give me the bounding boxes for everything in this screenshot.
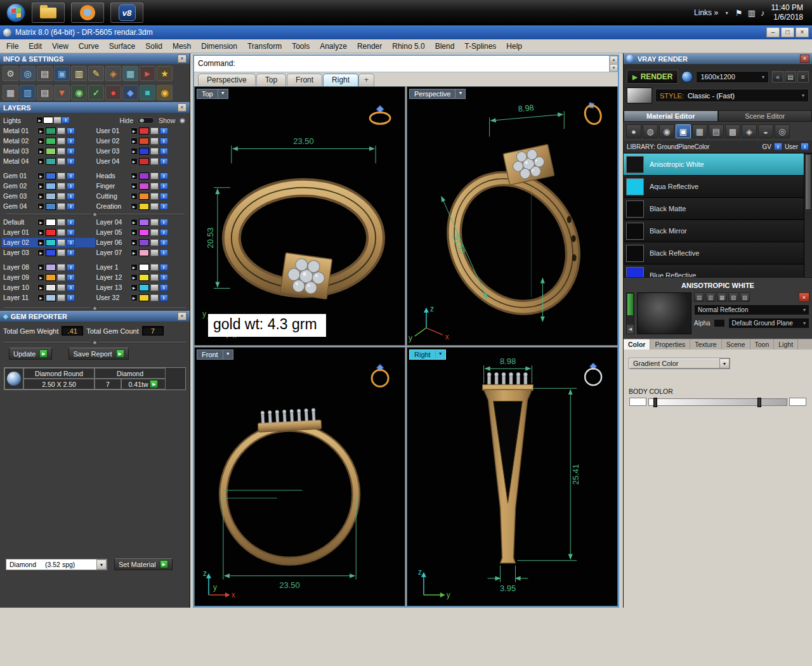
layer-entry[interactable]: Layer 13 ▶ I [95, 283, 188, 292]
noise-icon[interactable]: ▩ [725, 124, 740, 138]
layer-entry[interactable]: Finger ▶ I [95, 181, 188, 191]
links-toolbar[interactable]: Links » [694, 8, 718, 17]
layer-entry[interactable]: User 02 ▶ I [95, 136, 188, 146]
menu-item[interactable]: Mesh [167, 40, 196, 53]
dropdown-arrow-icon[interactable]: ▼ [96, 559, 107, 570]
layer-expand-button[interactable]: ▶ [37, 173, 44, 180]
layer-color-swatch[interactable] [139, 183, 149, 190]
layer-expand-button[interactable]: ▶ [37, 193, 44, 200]
layer-material-button[interactable]: I [67, 274, 75, 281]
material-list-item[interactable]: Anisotropic White [624, 153, 804, 176]
panel-icon[interactable]: ▤ [785, 71, 796, 82]
scroll-down-icon[interactable]: ▼ [610, 64, 618, 72]
viewport-tab[interactable]: Right [323, 74, 358, 86]
layer-color-swatch[interactable] [46, 148, 56, 155]
update-go-icon[interactable]: ▶ [39, 349, 48, 358]
menu-item[interactable]: Curve [74, 40, 104, 53]
layer-material-button[interactable]: I [67, 127, 75, 134]
menu-item[interactable]: Solid [140, 40, 167, 53]
ground-plane-dropdown[interactable]: Default Ground Plane ▾ [728, 318, 809, 329]
layer-color-swatch[interactable] [46, 294, 56, 301]
star-icon[interactable]: ★ [157, 66, 173, 81]
layer-color-swatch[interactable] [139, 219, 149, 226]
layer-lock-button[interactable] [150, 148, 159, 155]
print-icon[interactable]: ▤ [37, 66, 53, 81]
hide-toggle[interactable] [138, 117, 154, 124]
osnap-icon[interactable]: ◆ [122, 85, 138, 100]
layer-color-swatch[interactable] [46, 229, 56, 236]
layer-material-button[interactable]: I [160, 138, 168, 145]
layer-color-swatch[interactable] [139, 158, 149, 165]
slider-track[interactable] [648, 398, 787, 406]
filter-icon[interactable]: ▼ [54, 85, 70, 100]
lights-material-button[interactable]: I [62, 117, 70, 124]
add-viewport-tab[interactable]: + [358, 74, 374, 86]
cplane-icon[interactable]: ■ [140, 85, 155, 100]
taskbar-explorer-button[interactable] [32, 3, 65, 23]
layer-color-swatch[interactable] [139, 294, 149, 301]
layer-entry[interactable]: Gem 03 ▶ I [2, 192, 95, 201]
layer-entry[interactable]: Metal 04 ▶ I [2, 157, 95, 166]
layer-material-button[interactable]: I [67, 239, 75, 246]
viewport-canvas-front[interactable]: 23.50 z y x [195, 348, 405, 606]
total-gem-weight-value[interactable]: .41 [62, 326, 83, 336]
bulb-icon[interactable]: ◎ [775, 124, 790, 138]
layer-lock-button[interactable] [57, 264, 65, 271]
save-report-go-icon[interactable]: ▶ [116, 349, 124, 358]
layer-entry[interactable]: Layer 12 ▶ I [95, 273, 188, 282]
layer-expand-button[interactable]: ▶ [37, 183, 44, 190]
layer-material-button[interactable]: I [160, 249, 168, 256]
layer-lock-button[interactable] [150, 264, 159, 271]
preview-side-strip[interactable]: ◀ [626, 292, 634, 334]
layer-color-swatch[interactable] [139, 203, 149, 210]
layer-material-button[interactable]: I [160, 239, 168, 246]
layer-color-swatch[interactable] [46, 138, 56, 145]
collapse-arrow-icon[interactable]: ◀ [627, 325, 634, 334]
menu-item[interactable]: T-Splines [459, 40, 501, 53]
material-preview-icon[interactable]: ▣ [676, 124, 691, 138]
chevron-down-icon[interactable]: ▼ [223, 350, 233, 359]
gem-weight-cell[interactable]: 0.41tw ▶ [121, 379, 166, 389]
layer-material-button[interactable]: I [67, 219, 75, 226]
layer-color-swatch[interactable] [46, 203, 56, 210]
delete-material-button[interactable]: × [799, 292, 809, 302]
layer-material-button[interactable]: I [67, 173, 75, 180]
total-gem-count-value[interactable]: 7 [142, 326, 164, 336]
layer-lock-button[interactable] [57, 148, 65, 155]
layer-expand-button[interactable]: ▶ [131, 294, 138, 301]
layer-expand-button[interactable]: ▶ [131, 183, 138, 190]
layer-material-button[interactable]: I [160, 264, 168, 271]
layer-material-button[interactable]: I [67, 264, 75, 271]
layer-color-swatch[interactable] [46, 193, 56, 200]
command-scrollbar[interactable]: ▲ ▼ [609, 56, 618, 72]
layer-material-button[interactable]: I [160, 219, 168, 226]
layer-expand-button[interactable]: ▶ [131, 219, 138, 226]
gem-material-dropdown[interactable]: Diamond (3.52 spg) ▼ [6, 559, 107, 570]
layer-color-swatch[interactable] [139, 193, 149, 200]
network-icon[interactable]: ▥ [748, 8, 756, 18]
menu-item[interactable]: Help [501, 40, 527, 53]
copy-icon[interactable]: ▤ [37, 85, 53, 100]
layer-entry[interactable]: Heads ▶ I [95, 171, 188, 181]
gem-count-cell[interactable]: 7 [95, 379, 121, 389]
layer-lock-button[interactable] [150, 183, 159, 190]
viewport-icon[interactable]: ▥ [20, 85, 36, 100]
viewport-perspective[interactable]: 8.98 20.53 z y x [407, 86, 618, 346]
material-sphere-icon[interactable]: ● [626, 124, 641, 138]
layer-expand-button[interactable]: ▶ [37, 219, 44, 226]
layer-entry[interactable]: Cutting ▶ I [95, 192, 188, 201]
menu-item[interactable]: Transform [242, 40, 287, 53]
layer-lock-button[interactable] [57, 239, 65, 246]
viewport-tab[interactable]: Perspective [198, 74, 256, 86]
layer-entry[interactable]: Metal 03 ▶ I [2, 147, 95, 156]
command-prompt[interactable]: Command: [194, 56, 239, 72]
layer-entry[interactable]: Metal 02 ▶ I [2, 136, 95, 146]
layer-color-swatch[interactable] [139, 148, 149, 155]
layer-entry[interactable]: User 03 ▶ I [95, 147, 188, 156]
layer-material-button[interactable]: I [67, 284, 75, 291]
layer-lock-button[interactable] [57, 284, 65, 291]
taskbar-firefox-button[interactable] [71, 3, 104, 23]
user-button[interactable]: I [801, 143, 809, 150]
menu-item[interactable]: Blend [430, 40, 460, 53]
layer-expand-button[interactable]: ▶ [37, 229, 44, 236]
